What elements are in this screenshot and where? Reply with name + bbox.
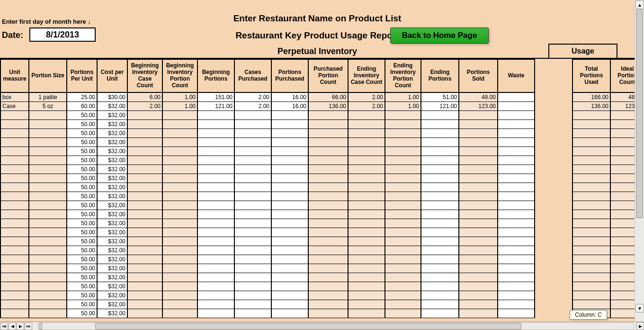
cell[interactable]	[385, 156, 421, 165]
cell[interactable]	[572, 201, 610, 210]
cell[interactable]	[29, 183, 67, 192]
cell[interactable]	[348, 156, 385, 165]
cell[interactable]	[162, 282, 197, 291]
cell[interactable]	[162, 273, 197, 282]
cell[interactable]	[162, 210, 197, 219]
cell[interactable]	[498, 111, 535, 120]
cell[interactable]: $30.00	[97, 92, 127, 102]
cell[interactable]: $32.00	[97, 264, 127, 273]
cell[interactable]	[385, 192, 421, 201]
cell[interactable]	[197, 111, 234, 120]
cell[interactable]	[308, 174, 348, 183]
cell[interactable]	[234, 111, 271, 120]
cell[interactable]	[127, 237, 162, 246]
cell[interactable]	[29, 228, 67, 237]
cell[interactable]	[271, 129, 308, 138]
cell[interactable]	[197, 291, 234, 300]
cell[interactable]: 60.00	[67, 102, 97, 111]
cell[interactable]	[234, 228, 271, 237]
cell[interactable]	[421, 273, 459, 282]
cell[interactable]	[459, 246, 498, 255]
cell[interactable]	[197, 201, 234, 210]
table-row[interactable]: 50.00$32.00	[0, 300, 635, 309]
table-row[interactable]: 50.00$32.00	[0, 237, 635, 246]
cell[interactable]	[162, 291, 197, 300]
cell[interactable]	[308, 309, 348, 318]
cell[interactable]: 2.00	[127, 102, 162, 111]
cell[interactable]: $32.00	[97, 129, 127, 138]
cell[interactable]	[421, 255, 459, 264]
col-header[interactable]: Beginning Portions	[197, 59, 234, 92]
table-row[interactable]: 50.00$32.00	[0, 210, 635, 219]
cell[interactable]	[385, 264, 421, 273]
cell[interactable]	[271, 255, 308, 264]
cell[interactable]	[271, 282, 308, 291]
cell[interactable]	[234, 183, 271, 192]
cell[interactable]	[234, 219, 271, 228]
cell[interactable]: 2.00	[348, 92, 385, 102]
cell[interactable]	[421, 201, 459, 210]
cell[interactable]	[459, 309, 498, 318]
cell[interactable]: 50.00	[67, 210, 97, 219]
cell[interactable]	[308, 147, 348, 156]
cell[interactable]: 1.00	[385, 92, 421, 102]
cell[interactable]	[498, 273, 535, 282]
cell[interactable]	[271, 120, 308, 129]
cell[interactable]	[127, 282, 162, 291]
cell[interactable]	[197, 246, 234, 255]
cell[interactable]	[572, 273, 610, 282]
cell[interactable]	[197, 255, 234, 264]
cell[interactable]: 123.00	[610, 102, 635, 111]
cell[interactable]	[29, 264, 67, 273]
hscroll-thumb[interactable]	[95, 323, 521, 330]
cell[interactable]	[0, 309, 29, 318]
cell[interactable]	[308, 264, 348, 273]
cell[interactable]	[385, 255, 421, 264]
cell[interactable]: 50.00	[67, 291, 97, 300]
cell[interactable]	[610, 291, 635, 300]
cell[interactable]	[610, 282, 635, 291]
cell[interactable]	[421, 165, 459, 174]
cell[interactable]: $32.00	[97, 210, 127, 219]
cell[interactable]	[385, 183, 421, 192]
cell[interactable]	[162, 120, 197, 129]
cell[interactable]	[234, 201, 271, 210]
cell[interactable]	[459, 111, 498, 120]
cell[interactable]	[308, 210, 348, 219]
cell[interactable]	[308, 120, 348, 129]
col-header[interactable]: Cases Purchased	[234, 59, 271, 92]
cell[interactable]	[0, 156, 29, 165]
cell[interactable]	[610, 237, 635, 246]
col-header[interactable]: Ending Inventory Portion Count	[385, 59, 421, 92]
cell[interactable]	[421, 174, 459, 183]
cell[interactable]	[459, 192, 498, 201]
cell[interactable]	[610, 228, 635, 237]
cell[interactable]	[459, 147, 498, 156]
cell[interactable]	[572, 165, 610, 174]
col-header[interactable]: Total Portions Used	[572, 59, 610, 92]
cell[interactable]	[610, 273, 635, 282]
cell[interactable]	[498, 210, 535, 219]
cell[interactable]	[29, 273, 67, 282]
cell[interactable]: 1.00	[162, 102, 197, 111]
cell[interactable]: 50.00	[67, 192, 97, 201]
cell[interactable]	[197, 192, 234, 201]
cell[interactable]: 50.00	[67, 111, 97, 120]
cell[interactable]	[0, 210, 29, 219]
cell[interactable]	[610, 246, 635, 255]
cell[interactable]: 50.00	[67, 255, 97, 264]
cell[interactable]	[498, 300, 535, 309]
scroll-right-button[interactable]: ▶	[636, 322, 644, 330]
cell[interactable]	[421, 291, 459, 300]
cell[interactable]	[234, 129, 271, 138]
cell[interactable]	[0, 264, 29, 273]
cell[interactable]	[610, 219, 635, 228]
cell[interactable]	[385, 273, 421, 282]
cell[interactable]: $32.00	[97, 102, 127, 111]
cell[interactable]	[385, 237, 421, 246]
cell[interactable]	[348, 246, 385, 255]
cell[interactable]	[162, 300, 197, 309]
cell[interactable]	[572, 111, 610, 120]
cell[interactable]	[459, 228, 498, 237]
cell[interactable]	[385, 111, 421, 120]
